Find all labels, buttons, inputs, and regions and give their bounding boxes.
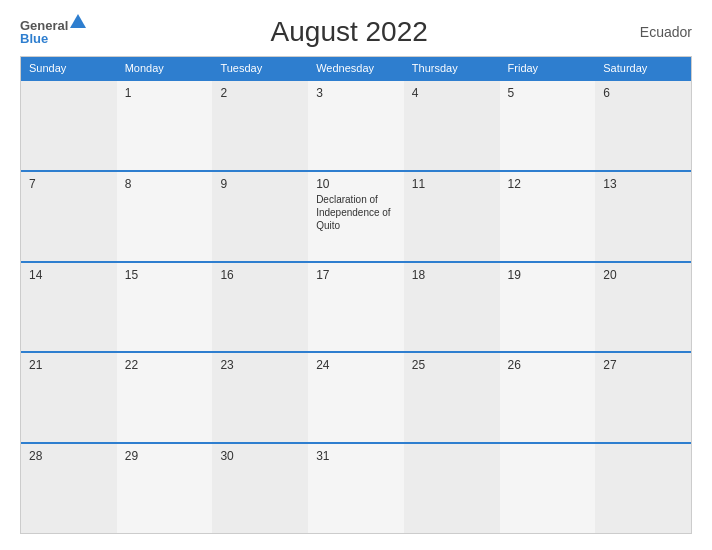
header-saturday: Saturday (595, 57, 691, 79)
day-cell (21, 81, 117, 170)
day-cell: 12 (500, 172, 596, 261)
logo-blue-text: Blue (20, 32, 48, 45)
weeks: 1 2 3 4 5 6 7 8 9 10 Declaration of Inde… (21, 79, 691, 533)
day-cell: 6 (595, 81, 691, 170)
day-number: 21 (29, 358, 109, 372)
calendar: Sunday Monday Tuesday Wednesday Thursday… (20, 56, 692, 534)
day-number: 26 (508, 358, 588, 372)
day-number: 2 (220, 86, 300, 100)
day-cell: 16 (212, 263, 308, 352)
logo: General Blue (20, 19, 86, 45)
week-3: 14 15 16 17 18 19 20 (21, 261, 691, 352)
day-number: 6 (603, 86, 683, 100)
week-2: 7 8 9 10 Declaration of Independence of … (21, 170, 691, 261)
day-cell: 15 (117, 263, 213, 352)
day-event: Declaration of Independence of Quito (316, 193, 396, 232)
day-number: 27 (603, 358, 683, 372)
header-friday: Friday (500, 57, 596, 79)
day-number: 25 (412, 358, 492, 372)
day-number: 19 (508, 268, 588, 282)
day-cell: 17 (308, 263, 404, 352)
day-number: 13 (603, 177, 683, 191)
day-cell: 25 (404, 353, 500, 442)
day-cell: 19 (500, 263, 596, 352)
day-number: 28 (29, 449, 109, 463)
day-number: 11 (412, 177, 492, 191)
day-number: 15 (125, 268, 205, 282)
day-number: 4 (412, 86, 492, 100)
day-cell: 11 (404, 172, 500, 261)
day-cell (404, 444, 500, 533)
day-number: 20 (603, 268, 683, 282)
day-number: 14 (29, 268, 109, 282)
day-cell: 4 (404, 81, 500, 170)
day-number: 29 (125, 449, 205, 463)
day-number: 9 (220, 177, 300, 191)
day-cell: 1 (117, 81, 213, 170)
week-4: 21 22 23 24 25 26 27 (21, 351, 691, 442)
day-cell: 8 (117, 172, 213, 261)
day-cell: 13 (595, 172, 691, 261)
day-cell: 21 (21, 353, 117, 442)
day-cell: 10 Declaration of Independence of Quito (308, 172, 404, 261)
day-number: 17 (316, 268, 396, 282)
week-1: 1 2 3 4 5 6 (21, 79, 691, 170)
day-cell: 2 (212, 81, 308, 170)
day-cell: 23 (212, 353, 308, 442)
day-number: 18 (412, 268, 492, 282)
day-number: 22 (125, 358, 205, 372)
day-cell: 28 (21, 444, 117, 533)
day-cell (500, 444, 596, 533)
day-cell: 9 (212, 172, 308, 261)
week-5: 28 29 30 31 (21, 442, 691, 533)
day-number: 5 (508, 86, 588, 100)
day-cell: 24 (308, 353, 404, 442)
day-number: 23 (220, 358, 300, 372)
header: General Blue August 2022 Ecuador (20, 16, 692, 48)
day-cell: 3 (308, 81, 404, 170)
day-cell: 14 (21, 263, 117, 352)
day-cell: 26 (500, 353, 596, 442)
day-number: 30 (220, 449, 300, 463)
country-label: Ecuador (612, 24, 692, 40)
header-thursday: Thursday (404, 57, 500, 79)
day-cell: 29 (117, 444, 213, 533)
day-cell: 18 (404, 263, 500, 352)
month-title: August 2022 (86, 16, 612, 48)
day-cell: 30 (212, 444, 308, 533)
day-cell: 22 (117, 353, 213, 442)
day-cell: 5 (500, 81, 596, 170)
day-cell: 20 (595, 263, 691, 352)
header-monday: Monday (117, 57, 213, 79)
day-number: 31 (316, 449, 396, 463)
calendar-page: General Blue August 2022 Ecuador Sunday … (0, 0, 712, 550)
day-number: 8 (125, 177, 205, 191)
day-number: 10 (316, 177, 396, 191)
day-cell: 31 (308, 444, 404, 533)
header-tuesday: Tuesday (212, 57, 308, 79)
day-cell: 27 (595, 353, 691, 442)
day-cell (595, 444, 691, 533)
logo-triangle-icon (70, 14, 86, 28)
header-wednesday: Wednesday (308, 57, 404, 79)
day-number: 7 (29, 177, 109, 191)
day-number: 1 (125, 86, 205, 100)
day-headers: Sunday Monday Tuesday Wednesday Thursday… (21, 57, 691, 79)
day-cell: 7 (21, 172, 117, 261)
day-number: 24 (316, 358, 396, 372)
day-number: 3 (316, 86, 396, 100)
header-sunday: Sunday (21, 57, 117, 79)
day-number: 16 (220, 268, 300, 282)
day-number: 12 (508, 177, 588, 191)
